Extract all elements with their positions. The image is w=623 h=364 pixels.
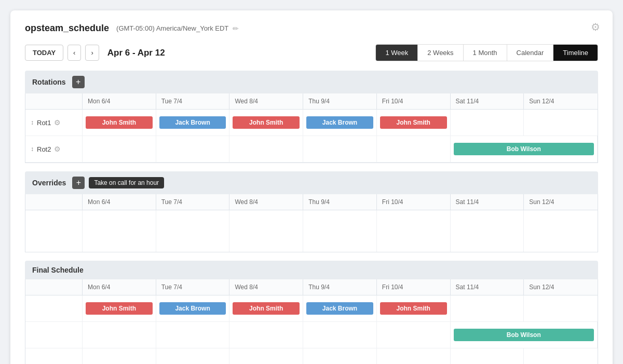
john-smith-wed[interactable]: John Smith xyxy=(233,116,300,129)
prev-button[interactable]: ‹ xyxy=(67,45,81,61)
bob-wilson-rot2[interactable]: Bob Wilson xyxy=(454,143,594,155)
col-sat: Sat 11/4 xyxy=(451,93,524,109)
fs-row2-wed xyxy=(229,322,303,348)
rotations-grid: Mon 6/4 Tue 7/4 Wed 8/4 Thu 9/4 Fri 10/4… xyxy=(25,93,598,163)
rot2-label: ↕ Rot2 ⚙ xyxy=(25,136,83,162)
john-smith-fri[interactable]: John Smith xyxy=(380,116,447,129)
rot1-wed: John Smith xyxy=(229,110,303,136)
overrides-title: Overrides xyxy=(32,179,66,187)
ov-col-wed: Wed 8/4 xyxy=(229,194,303,210)
view-2weeks[interactable]: 2 Weeks xyxy=(418,45,463,61)
rot1-settings-icon[interactable]: ⚙ xyxy=(54,118,61,127)
rot1-mon: John Smith xyxy=(83,110,156,136)
overrides-header: Overrides + Take on call for an hour xyxy=(25,171,598,194)
col-label xyxy=(25,93,83,109)
fs-jack-brown-tue[interactable]: Jack Brown xyxy=(159,302,226,315)
rot2-sat-sun: Bob Wilson xyxy=(451,136,598,162)
fs-row1-thu: Jack Brown xyxy=(303,295,377,321)
ov-col-thu: Thu 9/4 xyxy=(303,194,377,210)
fs-john-smith-mon[interactable]: John Smith xyxy=(86,302,153,315)
john-smith-mon[interactable]: John Smith xyxy=(86,116,153,129)
rot1-name: Rot1 xyxy=(37,119,51,127)
fs-row3-sun xyxy=(524,348,598,364)
rot2-mon xyxy=(83,136,156,162)
fs-row1-tue: Jack Brown xyxy=(156,295,230,321)
final-schedule-grid: Mon 6/4 Tue 7/4 Wed 8/4 Thu 9/4 Fri 10/4… xyxy=(25,279,598,364)
view-1week[interactable]: 1 Week xyxy=(376,45,418,61)
today-button[interactable]: TODAY xyxy=(25,45,63,61)
fs-row3-tue xyxy=(156,348,230,364)
rot2-thu xyxy=(303,136,377,162)
fs-john-smith-fri[interactable]: John Smith xyxy=(380,302,447,315)
col-fri: Fri 10/4 xyxy=(377,93,451,109)
fs-row1-fri: John Smith xyxy=(377,295,451,321)
ov-fri xyxy=(377,210,451,252)
rot2-arrow: ↕ xyxy=(31,145,34,153)
rot2-name: Rot2 xyxy=(37,145,51,153)
rot2-wed xyxy=(229,136,303,162)
view-1month[interactable]: 1 Month xyxy=(464,45,507,61)
fs-john-smith-wed[interactable]: John Smith xyxy=(233,302,300,315)
overrides-section: Overrides + Take on call for an hour Mon… xyxy=(25,171,598,252)
ov-col-fri: Fri 10/4 xyxy=(377,194,451,210)
rot2-tue xyxy=(156,136,230,162)
fs-col-label xyxy=(25,279,83,295)
ov-thu xyxy=(303,210,377,252)
view-timeline[interactable]: Timeline xyxy=(553,45,598,61)
ov-col-sun: Sun 12/4 xyxy=(524,194,598,210)
fs-row2-thu xyxy=(303,322,377,348)
ov-label xyxy=(25,210,83,252)
final-schedule-section: Final Schedule Mon 6/4 Tue 7/4 Wed 8/4 T… xyxy=(25,261,598,364)
fs-row3-thu xyxy=(303,348,377,364)
jack-brown-thu[interactable]: Jack Brown xyxy=(306,116,373,129)
override-tooltip: Take on call for an hour xyxy=(89,177,164,188)
fs-col-wed: Wed 8/4 xyxy=(229,279,303,295)
fs-row1-label xyxy=(25,295,83,321)
fs-row2-tue xyxy=(156,322,230,348)
fs-row3-fri xyxy=(377,348,451,364)
final-schedule-title: Final Schedule xyxy=(32,266,84,274)
rotations-section: Rotations + Mon 6/4 Tue 7/4 Wed 8/4 Thu … xyxy=(25,71,598,163)
col-mon: Mon 6/4 xyxy=(83,93,156,109)
fs-row2-label xyxy=(25,322,83,348)
settings-icon[interactable]: ⚙ xyxy=(591,21,600,33)
fs-row3-label xyxy=(25,348,83,364)
rotations-header-row: Mon 6/4 Tue 7/4 Wed 8/4 Thu 9/4 Fri 10/4… xyxy=(25,93,598,110)
rot1-label: ↕ Rot1 ⚙ xyxy=(25,110,83,136)
fs-row2-fri xyxy=(377,322,451,348)
rotations-title: Rotations xyxy=(32,78,66,86)
schedule-name: opsteam_schedule xyxy=(25,23,109,34)
rot2-settings-icon[interactable]: ⚙ xyxy=(54,145,61,153)
fs-jack-brown-thu[interactable]: Jack Brown xyxy=(306,302,373,315)
add-rotation-button[interactable]: + xyxy=(72,76,85,88)
rot2-fri xyxy=(377,136,451,162)
fs-row1-sun xyxy=(524,295,598,321)
fs-row2-mon xyxy=(83,322,156,348)
jack-brown-tue[interactable]: Jack Brown xyxy=(159,116,226,129)
rot2-row: ↕ Rot2 ⚙ Bob Wilson xyxy=(25,136,598,163)
fs-bob-wilson[interactable]: Bob Wilson xyxy=(454,329,594,341)
fs-col-thu: Thu 9/4 xyxy=(303,279,377,295)
next-button[interactable]: › xyxy=(85,45,99,61)
main-container: ⚙ opsteam_schedule (GMT-05:00) America/N… xyxy=(10,10,613,364)
fs-row2: Bob Wilson xyxy=(25,322,598,348)
view-calendar[interactable]: Calendar xyxy=(507,45,554,61)
ov-col-sat: Sat 11/4 xyxy=(451,194,524,210)
rotations-header: Rotations + xyxy=(25,71,598,93)
ov-tue xyxy=(156,210,230,252)
add-override-button[interactable]: + xyxy=(72,177,85,189)
rot1-row: ↕ Rot1 ⚙ John Smith Jack Brown John Smit… xyxy=(25,110,598,136)
ov-col-label xyxy=(25,194,83,210)
rot1-arrow: ↕ xyxy=(31,119,34,126)
ov-col-mon: Mon 6/4 xyxy=(83,194,156,210)
fs-row1-mon: John Smith xyxy=(83,295,156,321)
fs-row3-sat xyxy=(451,348,524,364)
edit-icon[interactable]: ✏ xyxy=(233,24,239,33)
overrides-data-row xyxy=(25,210,598,252)
fs-col-sun: Sun 12/4 xyxy=(524,279,598,295)
col-thu: Thu 9/4 xyxy=(303,93,377,109)
fs-row1-wed: John Smith xyxy=(229,295,303,321)
fs-col-mon: Mon 6/4 xyxy=(83,279,156,295)
rot1-fri: John Smith xyxy=(377,110,451,136)
fs-row1-sat xyxy=(451,295,524,321)
